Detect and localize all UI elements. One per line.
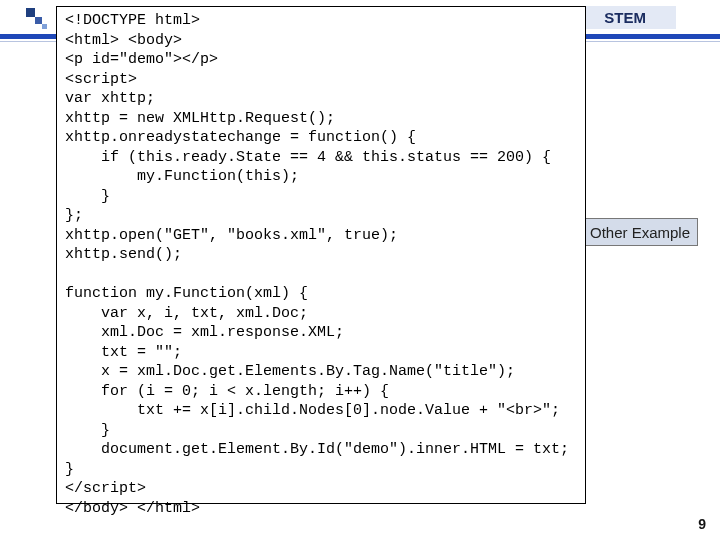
callout-other-example: Other Example — [582, 218, 698, 246]
page-number: 9 — [698, 516, 706, 532]
code-box: <!DOCTYPE html> <html> <body> <p id="dem… — [56, 6, 586, 504]
code-content: <!DOCTYPE html> <html> <body> <p id="dem… — [65, 11, 577, 518]
